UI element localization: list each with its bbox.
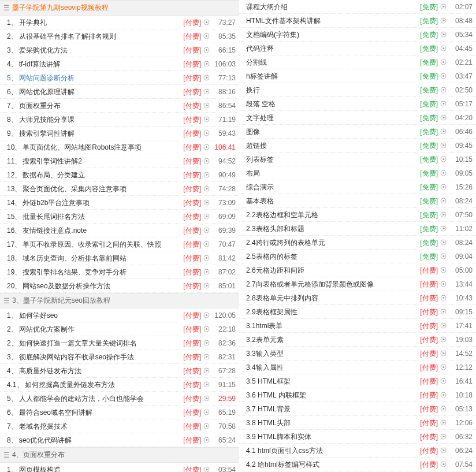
item-number: 14、 <box>7 199 21 207</box>
lesson-row[interactable]: 4、高质量外链发布方法[付费]67:28 <box>0 364 239 378</box>
lesson-row[interactable]: 3、爱采购优化方法[付费]66:15 <box>0 43 239 57</box>
lesson-row[interactable]: h标签讲解[免费]03:47 <box>239 69 476 83</box>
lesson-row[interactable]: 1、开学典礼[付费]73:27 <box>0 16 239 29</box>
lesson-row[interactable]: 3、彻底解决网站内容不收录seo操作手法[付费]82:31 <box>0 350 239 364</box>
lesson-row[interactable]: 5、人人都能学会的建站方法，小白也能学会[付费]29:59 <box>0 392 239 406</box>
lesson-row[interactable]: 3.1html表单[付费]17:41 <box>239 319 476 333</box>
lesson-row[interactable]: 2、网站优化方案制作[付费]22:18 <box>0 322 239 336</box>
lesson-row[interactable]: 15、批量长尾词排名方法[付费]69:09 <box>0 210 239 224</box>
lesson-row[interactable]: 图像[免费]06:46 <box>239 125 476 139</box>
lesson-row[interactable]: 10、单页面优化、网站地图Robots注意事项[付费]106:41 <box>0 140 239 154</box>
lesson-row[interactable]: 7、老域名挖掘技术[付费]70:58 <box>0 419 239 433</box>
lesson-row[interactable]: 段落 空格[免费]05:17 <box>239 97 476 111</box>
lesson-row[interactable]: 2.9表格框架属性[付费]09:15 <box>239 305 476 319</box>
lesson-row[interactable]: 6、最符合seo域名空间讲解[付费]65:19 <box>0 406 239 419</box>
price-tag: [付费] <box>183 310 201 321</box>
lesson-row[interactable]: 2、从很基础平台排名了解排名规则[付费]85:35 <box>0 29 239 43</box>
lesson-row[interactable]: 17、单页不收录原因、收录索引之间的关联、快照[付费]70:47 <box>0 237 239 251</box>
lesson-row[interactable]: 7、页面权重分布[付费]86:54 <box>0 99 239 113</box>
lesson-row[interactable]: 5、网站问题诊断分析[付费]77:13 <box>0 71 239 85</box>
price-tag: [付费] <box>183 156 201 166</box>
duration: 12:06 <box>448 418 473 428</box>
lesson-row[interactable]: 2.6元格边距和间距[付费]05:00 <box>239 263 476 277</box>
lesson-row[interactable]: 3.8 HTML头部[付费]12:06 <box>239 416 476 430</box>
lesson-row[interactable]: 3.3输入类型[付费]14:52 <box>239 347 476 360</box>
play-icon <box>203 409 210 415</box>
price-tag: [免费] <box>420 16 438 26</box>
lesson-row[interactable]: 换行[免费]02:50 <box>239 83 476 97</box>
lesson-row[interactable]: 1、网页模板构造[付费]03:54 <box>0 463 239 472</box>
lesson-row[interactable]: 1、如何学好seo[付费]120:05 <box>0 309 239 322</box>
lesson-row[interactable]: 2.5表格内的标签[免费]09:04 <box>239 250 476 263</box>
lesson-row[interactable]: 文档编码(字符集)[免费]05:34 <box>239 28 476 42</box>
price-tag: [免费] <box>420 210 438 220</box>
play-icon <box>440 378 447 384</box>
lesson-title: 3.8 HTML头部 <box>246 418 416 428</box>
lesson-row[interactable]: 3.5 HTML框架[付费]16:41 <box>239 374 476 388</box>
lesson-row[interactable]: 课程大纲介绍[免费]02:07 <box>239 0 476 14</box>
lesson-row[interactable]: 4、tf-idf算法讲解[付费]106:03 <box>0 57 239 71</box>
lesson-row[interactable]: 代码注释[免费]04:45 <box>239 42 476 55</box>
lesson-row[interactable]: 3.2表单元素[付费]19:03 <box>239 333 476 347</box>
price-tag: [付费] <box>420 404 438 414</box>
lesson-row[interactable]: 2.4跨行或跨列的表格单元[免费]08:24 <box>239 236 476 250</box>
section-header[interactable]: ☰墨子学院第九期seovip视频教程 <box>0 0 239 16</box>
lesson-row[interactable]: 综合演示[免费]15:26 <box>239 180 476 194</box>
lesson-row[interactable]: 2.2表格边框和空单元格[免费]07:50 <box>239 208 476 222</box>
lesson-title: 文档编码(字符集) <box>246 29 416 40</box>
duration: 02:21 <box>448 57 473 68</box>
lesson-title: 4、高质量外链发布方法 <box>7 366 180 376</box>
play-icon <box>440 336 447 343</box>
lesson-row[interactable]: 3.4输入属性[付费]12:12 <box>239 360 476 374</box>
lesson-row[interactable]: 2、如何快速打造一篇文章大量关键词排名[付费]82:36 <box>0 336 239 350</box>
lesson-row[interactable]: 13、聚合页面优化、采集内容注意事项[付费]74:28 <box>0 182 239 196</box>
lesson-row[interactable]: 4.2 给html标签编写样式[付费]07:54 <box>239 458 476 471</box>
lesson-row[interactable]: 2.7向表格或者单元格添加背景颜色或图像[付费]13:44 <box>239 277 476 291</box>
lesson-row[interactable]: 14、外链b2b平台注意事项[付费]73:09 <box>0 196 239 210</box>
lesson-row[interactable]: 11、搜索引擎词性讲解2[付费]94:52 <box>0 154 239 168</box>
lesson-row[interactable]: HTML文件基本架构讲解[免费]08:48 <box>239 14 476 28</box>
duration: 09:45 <box>448 140 473 151</box>
left-column: ☰墨子学院第九期seovip视频教程1、开学典礼[付费]73:272、从很基础平… <box>0 0 239 472</box>
lesson-row[interactable]: 8、seo优化代码讲解[付费]65:24 <box>0 433 239 447</box>
lesson-row[interactable]: 6、网站优化原理讲解[付费]88:16 <box>0 85 239 99</box>
lesson-row[interactable]: 18、域名历史查询、分析排名靠前网站[付费]81:42 <box>0 251 239 265</box>
lesson-row[interactable]: 列表标签[免费]10:15 <box>239 153 476 166</box>
lesson-row[interactable]: 20、网站seo及数据分析操作方法[付费]85:01 <box>0 279 239 293</box>
lesson-row[interactable]: 3.7 HTML背景[付费]05:13 <box>239 402 476 416</box>
item-number: 20、 <box>7 282 21 290</box>
lesson-row[interactable]: 16、友情链接注意点.note[付费]69:39 <box>0 224 239 237</box>
lesson-row[interactable]: 分割线[免费]02:21 <box>239 55 476 69</box>
lesson-row[interactable]: 布局[免费]09:05 <box>239 166 476 180</box>
price-tag: [免费] <box>420 71 438 81</box>
lesson-row[interactable]: 4.1 html页面引入css方法[付费]06:24 <box>239 444 476 458</box>
lesson-row[interactable]: 19、搜索引擎排名结果、竞争对手分析[付费]87:02 <box>0 265 239 279</box>
lesson-title: 16、友情链接注意点.note <box>7 225 180 236</box>
duration: 06:32 <box>448 432 473 442</box>
lesson-row[interactable]: 文字处理[免费]04:20 <box>239 111 476 125</box>
price-tag: [付费] <box>420 335 438 345</box>
lesson-row[interactable]: 12、数据布局、分类建立[付费]90:49 <box>0 168 239 182</box>
lesson-row[interactable]: 9、搜索引擎词性讲解[付费]59:43 <box>0 127 239 140</box>
lesson-row[interactable]: 基本表格[免费]08:24 <box>239 194 476 208</box>
lesson-row[interactable]: 4.1、如何挖掘高质量外链发布方法[付费]91:15 <box>0 378 239 392</box>
lesson-row[interactable]: 3.9 HTML脚本和实体[付费]06:32 <box>239 430 476 444</box>
lesson-row[interactable]: 超链接[免费]09:45 <box>239 139 476 153</box>
price-tag: [付费] <box>183 128 201 139</box>
lesson-row[interactable]: 8、大师兄技能分享课[付费]71:19 <box>0 113 239 127</box>
section-header[interactable]: ☰4、页面权重分布 <box>0 447 239 463</box>
lesson-row[interactable]: 2.8表格单元中排列内容[付费]10:43 <box>239 291 476 305</box>
price-tag: [付费] <box>183 114 201 125</box>
lesson-title: 15、批量长尾词排名方法 <box>7 211 180 222</box>
play-icon <box>440 114 447 121</box>
play-icon <box>203 423 210 429</box>
duration: 07:54 <box>448 459 473 470</box>
section-header[interactable]: ☰3、墨子学院新纪元seo回放教程 <box>0 293 239 309</box>
play-icon <box>440 239 447 246</box>
play-icon <box>440 406 447 412</box>
lesson-row[interactable]: 3.6 HTML 内联框架[付费]10:18 <box>239 388 476 402</box>
price-tag: [免费] <box>420 127 438 137</box>
price-tag: [付费] <box>183 281 201 291</box>
lesson-title: 11、搜索引擎词性讲解2 <box>7 156 180 166</box>
lesson-row[interactable]: 2.3表格头部和标题[免费]11:02 <box>239 222 476 236</box>
